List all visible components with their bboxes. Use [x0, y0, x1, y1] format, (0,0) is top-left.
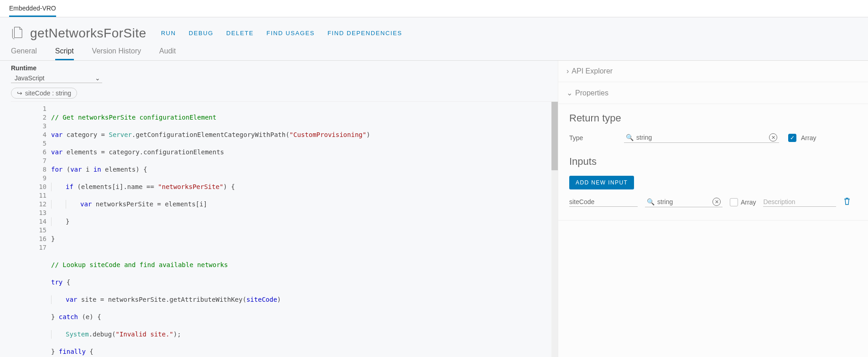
input-array-label: Array — [741, 199, 756, 206]
side-panel: › API Explorer ⌄ Properties Return type … — [558, 61, 868, 357]
tab-script[interactable]: Script — [55, 44, 74, 60]
type-label: Type — [569, 134, 615, 142]
api-explorer-label: API Explorer — [572, 67, 613, 75]
runtime-label: Runtime — [11, 64, 558, 72]
return-type-heading: Return type — [569, 112, 857, 124]
top-tab-bar: Embedded-VRO — [0, 0, 868, 17]
page-title: getNetworksForSite — [30, 26, 146, 41]
search-icon: 🔍 — [647, 198, 655, 205]
code-editor[interactable]: 1234567891011121314151617 // Get network… — [11, 101, 558, 357]
input-name-field[interactable]: siteCode — [569, 197, 638, 207]
top-tab-embedded-vro[interactable]: Embedded-VRO — [9, 0, 56, 17]
input-type-value: string — [657, 198, 710, 205]
properties-label: Properties — [575, 89, 608, 97]
input-param-icon: ↪ — [17, 89, 22, 97]
script-icon — [11, 26, 25, 41]
header-row: getNetworksForSite RUN DEBUG DELETE FIND… — [0, 17, 868, 44]
return-type-value: string — [636, 134, 766, 141]
param-pill-sitecode[interactable]: ↪ siteCode : string — [11, 88, 77, 99]
code-area[interactable]: // Get networksPerSite configurationElem… — [51, 102, 558, 357]
inputs-heading: Inputs — [569, 156, 857, 168]
title-wrap: getNetworksForSite — [11, 26, 146, 41]
chevron-down-icon: ⌄ — [567, 89, 572, 97]
tab-version-history[interactable]: Version History — [92, 44, 141, 59]
properties-toggle[interactable]: ⌄ Properties — [558, 82, 868, 104]
input-type-field[interactable]: 🔍 string ✕ — [645, 197, 722, 207]
chevron-down-icon: ⌄ — [95, 74, 100, 82]
body-row: Runtime JavaScript ⌄ ↪ siteCode : string… — [0, 61, 868, 357]
delete-button[interactable]: DELETE — [226, 30, 254, 37]
return-array-checkbox[interactable]: ✓ — [788, 134, 796, 142]
debug-button[interactable]: DEBUG — [189, 30, 213, 37]
run-button[interactable]: RUN — [161, 30, 176, 37]
search-icon: 🔍 — [626, 134, 634, 141]
line-number-gutter: 1234567891011121314151617 — [11, 102, 51, 357]
delete-input-icon[interactable] — [843, 197, 851, 207]
clear-type-icon[interactable]: ✕ — [769, 133, 777, 142]
runtime-value: JavaScript — [15, 74, 44, 82]
tab-audit[interactable]: Audit — [159, 44, 176, 59]
add-new-input-button[interactable]: ADD NEW INPUT — [569, 176, 634, 189]
properties-panel: Return type Type 🔍 string ✕ ✓ Array Inpu… — [558, 104, 868, 220]
action-bar: RUN DEBUG DELETE FIND USAGES FIND DEPEND… — [161, 30, 402, 37]
input-row-sitecode: siteCode 🔍 string ✕ Array — [569, 197, 857, 207]
return-type-row: Type 🔍 string ✕ ✓ Array — [569, 132, 857, 143]
find-usages-button[interactable]: FIND USAGES — [266, 30, 315, 37]
return-type-input[interactable]: 🔍 string ✕ — [624, 132, 779, 143]
clear-input-type-icon[interactable]: ✕ — [712, 198, 721, 206]
sub-tab-bar: General Script Version History Audit — [0, 44, 868, 61]
api-explorer-toggle[interactable]: › API Explorer — [558, 61, 868, 82]
input-description-field[interactable] — [763, 197, 836, 207]
return-array-label: Array — [801, 134, 816, 142]
editor-scrollbar-vertical-thumb[interactable] — [551, 102, 558, 170]
main-content: getNetworksForSite RUN DEBUG DELETE FIND… — [0, 17, 868, 357]
find-dependencies-button[interactable]: FIND DEPENDENCIES — [327, 30, 402, 37]
editor-pane: Runtime JavaScript ⌄ ↪ siteCode : string… — [0, 61, 558, 357]
param-pill-label: siteCode : string — [25, 89, 71, 97]
runtime-select[interactable]: JavaScript ⌄ — [11, 74, 102, 83]
tab-general[interactable]: General — [11, 44, 37, 59]
input-array-checkbox[interactable] — [730, 198, 738, 206]
chevron-right-icon: › — [567, 67, 569, 75]
